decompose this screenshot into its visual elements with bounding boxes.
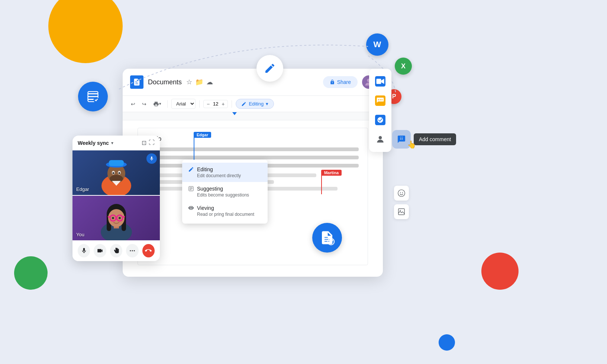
todo-title: To do	[147, 136, 359, 142]
video-call-panel: Weekly sync ▾ ⊡ ⛶	[72, 136, 160, 261]
svg-point-43	[134, 250, 135, 251]
editing-option-label: Editing	[188, 166, 262, 172]
you-name: You	[76, 232, 84, 237]
suggesting-option[interactable]: Suggesting Edits become suggestions	[182, 182, 268, 201]
star-icon[interactable]: ☆	[186, 78, 192, 86]
svg-point-40	[119, 217, 121, 219]
docs-circle	[78, 82, 108, 111]
font-size-value: 12	[212, 101, 219, 107]
meet-icon-button[interactable]	[372, 73, 388, 90]
pencil-circle	[256, 55, 283, 82]
martina-cursor-tag: Martina	[321, 170, 342, 194]
right-tools-panel	[394, 186, 409, 219]
cloud-icon[interactable]: ☁	[206, 78, 213, 86]
edgar-cursor-tag: Edgar	[194, 132, 211, 160]
mic-button[interactable]	[78, 244, 90, 257]
svg-point-41	[130, 250, 131, 251]
viewing-option[interactable]: Vieving Read or pring final document	[182, 201, 268, 221]
video-header-icons: ⊡ ⛶	[142, 139, 155, 146]
toolbar-divider	[167, 100, 168, 108]
you-avatar	[72, 196, 160, 240]
editing-option-sublabel: Edit document directly	[188, 173, 262, 178]
svg-line-38	[123, 217, 125, 217]
font-increase-button[interactable]: +	[221, 101, 225, 107]
svg-point-12	[398, 190, 405, 196]
hand-button[interactable]	[110, 244, 122, 257]
svg-point-8	[381, 99, 382, 100]
video-controls	[72, 240, 160, 261]
viewing-option-label: Vieving	[188, 205, 262, 211]
video-header: Weekly sync ▾ ⊡ ⛶	[72, 136, 160, 150]
doc-header-icons: ☆ 📁 ☁	[186, 78, 213, 86]
doc-header: Documents ☆ 📁 ☁ Share	[123, 69, 383, 96]
todo-row-2	[147, 155, 359, 160]
font-select[interactable]: Arial	[171, 99, 196, 109]
video-grid-icon[interactable]: ⊡	[142, 139, 146, 146]
svg-point-39	[112, 217, 114, 219]
edgar-mic-icon	[146, 153, 157, 164]
edgar-name: Edgar	[76, 186, 89, 192]
deco-blue-sm-circle	[439, 334, 455, 351]
avatar-x[interactable]: X	[395, 58, 412, 75]
suggesting-option-sublabel: Edits become suggestions	[188, 192, 262, 198]
svg-rect-3	[377, 79, 381, 84]
video-title: Weekly sync	[78, 140, 109, 146]
svg-point-11	[379, 136, 382, 139]
svg-line-37	[108, 217, 110, 217]
share-button[interactable]: Share	[323, 76, 358, 88]
doc-toolbar: ↩ ↪ ▾ Arial − 12 + Editing ▾	[123, 96, 383, 112]
svg-point-7	[380, 99, 381, 100]
doc-app-icon	[130, 75, 143, 89]
viewing-option-sublabel: Read or pring final document	[188, 212, 262, 217]
suggesting-option-label: Suggesting	[188, 186, 262, 192]
editing-dropdown: Editing Edit document directly Suggestin…	[182, 160, 268, 224]
deco-yellow-circle	[48, 0, 123, 63]
add-comment-tooltip: Add comment	[414, 133, 456, 145]
redo-button[interactable]: ↪	[140, 100, 149, 108]
deco-red-circle	[481, 253, 519, 290]
editing-option[interactable]: Editing Edit document directly	[182, 163, 268, 182]
todo-row-1	[147, 147, 359, 152]
you-video: You	[72, 196, 160, 240]
contacts-icon-button[interactable]	[372, 131, 388, 147]
doc-float-icon	[312, 223, 342, 253]
ruler: 1 1 2	[123, 112, 383, 120]
svg-rect-22	[109, 160, 124, 166]
chat-icon-button[interactable]	[372, 92, 388, 109]
editing-chevron-icon: ▾	[266, 101, 268, 107]
end-call-button[interactable]	[142, 244, 155, 257]
more-button[interactable]	[126, 244, 138, 257]
camera-button[interactable]	[94, 244, 106, 257]
emoji-button[interactable]	[394, 186, 409, 201]
deco-green-circle	[14, 256, 48, 290]
undo-button[interactable]: ↩	[129, 100, 138, 108]
video-expand-icon[interactable]: ⛶	[149, 139, 155, 146]
image-button[interactable]	[394, 204, 409, 219]
svg-point-6	[378, 99, 379, 100]
doc-title: Documents	[148, 78, 182, 86]
avatar-w[interactable]: W	[366, 33, 388, 56]
svg-point-16	[400, 210, 401, 211]
tasks-icon-button[interactable]	[372, 112, 388, 128]
font-size-control: − 12 +	[203, 100, 228, 108]
edgar-video: Edgar	[72, 150, 160, 195]
right-sidebar-panel	[369, 69, 391, 152]
svg-point-13	[400, 192, 401, 193]
svg-point-10	[377, 117, 383, 123]
editing-mode-button[interactable]: Editing ▾	[236, 99, 274, 109]
add-comment-area: Add comment 👆	[392, 130, 456, 149]
toolbar-divider3	[232, 100, 232, 108]
svg-point-14	[402, 192, 403, 193]
folder-icon[interactable]: 📁	[195, 78, 203, 86]
todo-line-2	[155, 156, 359, 159]
video-dropdown-icon[interactable]: ▾	[111, 140, 113, 146]
svg-point-26	[118, 172, 120, 174]
svg-point-42	[132, 250, 133, 251]
svg-rect-15	[398, 209, 405, 215]
svg-point-25	[112, 172, 114, 174]
toolbar-divider2	[199, 100, 200, 108]
todo-line-1	[155, 147, 359, 151]
font-decrease-button[interactable]: −	[206, 101, 210, 107]
print-button[interactable]: ▾	[151, 100, 164, 108]
